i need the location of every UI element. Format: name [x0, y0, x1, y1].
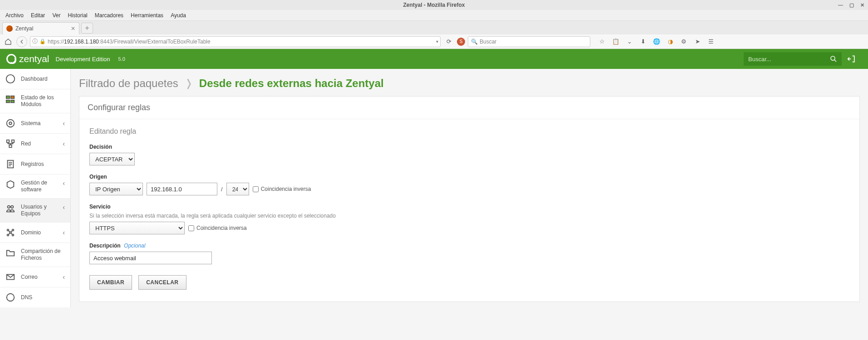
servicio-select[interactable]: HTTPS	[89, 222, 185, 234]
search-icon: 🔍	[471, 39, 478, 45]
window-maximize-button[interactable]: ▢	[849, 2, 854, 8]
sidebar-item-software[interactable]: Gestión de software ‹	[0, 175, 70, 199]
origen-inverse-checkbox[interactable]	[253, 186, 259, 192]
submit-button[interactable]: CAMBIAR	[89, 275, 132, 290]
sidebar-item-dns[interactable]: DNS	[0, 287, 70, 307]
sidebar-item-label: Correo	[21, 274, 57, 281]
servicio-inverse-text: Coincidencia inversa	[196, 225, 247, 231]
globe-icon[interactable]: 🌐	[652, 37, 661, 46]
chevron-left-icon: ‹	[63, 273, 65, 281]
app-header: zentyal Development Edition 5.0	[0, 49, 868, 69]
sidebar-item-usuarios[interactable]: Usuarios y Equipos ‹	[0, 199, 70, 223]
lock-icon: 🔒	[39, 39, 46, 44]
rules-panel: Configurar reglas Editando regla Decisió…	[79, 96, 860, 302]
sidebar-item-comparticion[interactable]: Compartición de Ficheros	[0, 243, 70, 267]
descripcion-label: Descripción Opcional	[89, 243, 849, 249]
svg-point-13	[11, 206, 13, 209]
logout-button[interactable]	[842, 49, 862, 69]
identity-info-icon[interactable]: ⓘ	[32, 38, 38, 45]
field-decision: Decisión ACEPTAR	[89, 144, 849, 165]
mail-icon	[5, 272, 15, 282]
decision-label: Decisión	[89, 144, 849, 150]
sidebar-item-sistema[interactable]: Sistema ‹	[0, 113, 70, 134]
url-dropdown-icon[interactable]: ▾	[436, 39, 438, 44]
sidebar-item-correo[interactable]: Correo ‹	[0, 267, 70, 287]
settings-gear-icon[interactable]: ⚙	[679, 37, 688, 46]
main-content: Filtrado de paquetes ❭ Desde redes exter…	[71, 69, 868, 316]
logs-icon	[5, 159, 15, 169]
sidebar-item-red[interactable]: Red ‹	[0, 134, 70, 154]
home-button[interactable]	[3, 36, 14, 47]
breadcrumb-current: Desde redes externas hacia Zentyal	[199, 77, 384, 90]
field-origen: Origen IP Origen / 24 Coincidencia inver…	[89, 174, 849, 195]
chevron-left-icon: ‹	[63, 229, 65, 236]
origen-mask-select[interactable]: 24	[226, 183, 249, 195]
menu-editar[interactable]: Editar	[28, 11, 48, 19]
origen-ip-input[interactable]	[147, 183, 217, 195]
chevron-left-icon: ‹	[63, 120, 65, 127]
dashboard-icon	[5, 74, 15, 84]
reload-button[interactable]: ⟳	[443, 38, 454, 45]
sidebar-item-module-status[interactable]: Estado de los Módulos	[0, 89, 70, 113]
svg-point-7	[9, 122, 12, 125]
clipboard-icon[interactable]: 📋	[611, 37, 620, 46]
app-search-button[interactable]	[825, 52, 842, 66]
descripcion-input[interactable]	[89, 252, 212, 264]
menu-ayuda[interactable]: Ayuda	[168, 11, 189, 19]
breadcrumb-separator-icon: ❭	[185, 78, 193, 89]
svg-rect-10	[9, 145, 12, 148]
pocket-icon[interactable]: ⌄	[625, 37, 634, 46]
decision-select[interactable]: ACEPTAR	[89, 153, 135, 165]
origen-type-select[interactable]: IP Origen	[89, 183, 143, 195]
new-tab-button[interactable]: +	[81, 23, 93, 34]
sidebar-item-label: DNS	[21, 294, 65, 301]
sidebar-item-label: Dominio	[21, 229, 57, 236]
window-minimize-button[interactable]: —	[838, 2, 843, 8]
breadcrumb-root[interactable]: Filtrado de paquetes	[79, 77, 178, 90]
svg-rect-3	[11, 96, 14, 99]
svg-rect-5	[11, 100, 14, 103]
url-text: https://192.168.1.180:8443/Firewall/View…	[48, 39, 434, 45]
addon-icon[interactable]: ◑	[666, 37, 675, 46]
chevron-left-icon: ‹	[63, 140, 65, 147]
field-descripcion: Descripción Opcional	[89, 243, 849, 264]
tab-close-button[interactable]: ✕	[71, 25, 75, 32]
sidebar-item-label: Usuarios y Equipos	[21, 204, 57, 217]
window-close-button[interactable]: ✕	[860, 2, 864, 8]
url-bar[interactable]: ⓘ 🔒 https://192.168.1.180:8443/Firewall/…	[30, 36, 441, 47]
hamburger-menu-icon[interactable]: ☰	[706, 37, 716, 46]
menu-herramientas[interactable]: Herramientas	[128, 11, 166, 19]
sidebar-item-registros[interactable]: Registros	[0, 154, 70, 175]
svg-rect-8	[7, 140, 10, 143]
sidebar-item-dashboard[interactable]: Dashboard	[0, 69, 70, 89]
domain-icon	[5, 228, 15, 238]
menu-archivo[interactable]: Archivo	[3, 11, 26, 19]
chevron-left-icon: ‹	[63, 204, 65, 211]
back-button[interactable]	[16, 36, 27, 47]
window-title: Zentyal - Mozilla Firefox	[403, 2, 465, 8]
origen-label: Origen	[89, 174, 849, 180]
svg-rect-2	[6, 96, 10, 99]
servicio-inverse-checkbox-label[interactable]: Coincidencia inversa	[188, 225, 247, 231]
sidebar-item-label: Registros	[21, 161, 65, 168]
app-search-input[interactable]	[744, 52, 825, 66]
menu-ver[interactable]: Ver	[49, 11, 63, 19]
bookmark-star-icon[interactable]: ☆	[598, 37, 607, 46]
menu-marcadores[interactable]: Marcadores	[92, 11, 126, 19]
browser-tab[interactable]: Zentyal ✕	[2, 22, 79, 34]
svg-point-20	[7, 294, 15, 301]
origen-inverse-checkbox-label[interactable]: Coincidencia inversa	[253, 186, 311, 192]
browser-search-box[interactable]: 🔍 Buscar	[468, 36, 590, 47]
send-icon[interactable]: ➤	[693, 37, 702, 46]
noscript-icon[interactable]: S	[457, 38, 465, 46]
servicio-inverse-checkbox[interactable]	[188, 225, 194, 231]
sidebar-item-label: Compartición de Ficheros	[21, 248, 65, 262]
sidebar-item-label: Gestión de software	[21, 180, 57, 193]
sidebar-item-dominio[interactable]: Dominio ‹	[0, 223, 70, 243]
window-titlebar: Zentyal - Mozilla Firefox — ▢ ✕	[0, 0, 868, 10]
svg-point-12	[8, 206, 10, 209]
downloads-icon[interactable]: ⬇	[638, 37, 647, 46]
servicio-label: Servicio	[89, 204, 849, 210]
menu-historial[interactable]: Historial	[65, 11, 90, 19]
cancel-button[interactable]: CANCELAR	[138, 275, 186, 290]
